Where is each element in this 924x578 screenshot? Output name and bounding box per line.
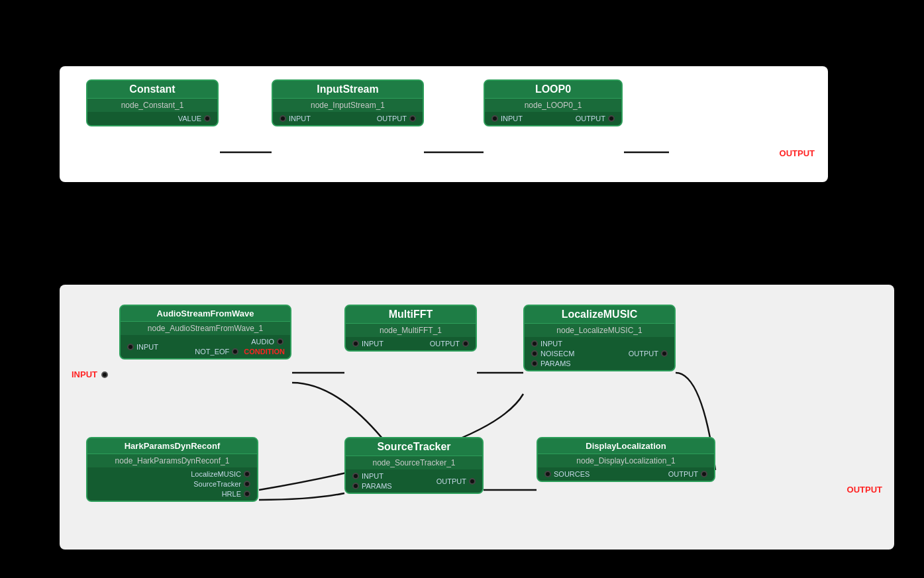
displaylocalization-sources-port: SOURCES (543, 470, 590, 478)
localizemusic-ports: INPUT NOISECM PARAMS OUTPUT (525, 337, 674, 370)
input-dot (101, 371, 108, 378)
node-audiostreamfromwave: AudioStreamFromWave node_AudioStreamFrom… (119, 305, 291, 360)
localizemusic-params-dot (531, 360, 538, 367)
harkparams-localizemusic-dot (244, 471, 250, 477)
node-constant: Constant node_Constant_1 VALUE (86, 79, 219, 126)
node-loop0-title: LOOP0 (485, 81, 621, 99)
localizemusic-noisecm-dot (531, 350, 538, 357)
loop0-ports-right: OUTPUT (576, 115, 616, 122)
localizemusic-left-ports: INPUT NOISECM PARAMS (530, 340, 574, 367)
top-output-label: OUTPUT (780, 147, 815, 159)
inputstream-input-label: INPUT (289, 115, 311, 122)
localizemusic-ports-row: INPUT NOISECM PARAMS OUTPUT (530, 340, 669, 367)
value-label: VALUE (178, 115, 201, 122)
top-diagram: Constant node_Constant_1 VALUE InputStre… (60, 66, 828, 182)
node-localizemusic: LocalizeMUSIC node_LocalizeMUSIC_1 INPUT… (523, 305, 676, 371)
multifft-title: MultiFFT (346, 306, 476, 324)
node-inputstream-subtitle: node_InputStream_1 (273, 99, 423, 112)
loop0-input-label: INPUT (501, 115, 523, 122)
constant-port-value: VALUE (178, 115, 212, 122)
multifft-input-dot (352, 340, 359, 347)
displaylocalization-subtitle: node_DisplayLocalization_1 (538, 454, 714, 467)
multifft-input-port: INPUT (351, 340, 384, 348)
inputstream-ports-right: OUTPUT (377, 115, 417, 122)
loop0-ports-left: INPUT (490, 115, 523, 122)
condition-label: CONDITION (244, 348, 285, 356)
value-dot (204, 115, 211, 122)
loop0-port-input: INPUT (490, 115, 523, 122)
asfv-audio-port: AUDIO (251, 338, 285, 346)
inputstream-output-label: OUTPUT (377, 115, 407, 122)
harkparams-ports: LocalizeMUSIC SourceTracker HRLE (87, 467, 257, 501)
node-inputstream-title: InputStream (273, 81, 423, 99)
multifft-output-dot (462, 340, 469, 347)
localizemusic-output-port: OUTPUT (629, 350, 669, 358)
harkparams-ports-row: LocalizeMUSIC SourceTracker HRLE (93, 470, 252, 498)
sourcetracker-input-dot (352, 473, 359, 479)
node-inputstream-ports: INPUT OUTPUT (273, 112, 423, 125)
inputstream-output-dot (409, 115, 416, 122)
node-multifft: MultiFFT node_MultiFFT_1 INPUT OUTPUT (344, 305, 477, 352)
asfv-input-dot (127, 344, 134, 350)
inputstream-ports-left: INPUT (278, 115, 311, 122)
audiostreamfromwave-subtitle: node_AudioStreamFromWave_1 (121, 322, 290, 335)
node-inputstream: InputStream node_InputStream_1 INPUT OUT… (272, 79, 424, 126)
inputstream-port-output: OUTPUT (377, 115, 417, 122)
bottom-output-label: OUTPUT (847, 483, 882, 495)
asfv-input-port: INPUT (126, 343, 158, 351)
node-harkparams: HarkParamsDynReconf node_HarkParamsDynRe… (86, 437, 258, 502)
audiostreamfromwave-ports: INPUT AUDIO NOT_EOF CONDITION (121, 335, 290, 358)
node-displaylocalization: DisplayLocalization node_DisplayLocaliza… (537, 437, 715, 482)
sourcetracker-input-port: INPUT (351, 472, 384, 480)
harkparams-localizemusic-port: LocalizeMUSIC (191, 470, 252, 478)
asfv-noteof-dot (232, 348, 238, 355)
harkparams-sourcetracker-port: SourceTracker (193, 480, 252, 488)
sourcetracker-title: SourceTracker (346, 438, 482, 456)
sourcetracker-params-port: PARAMS (351, 482, 392, 490)
harkparams-hrle-dot (244, 491, 250, 497)
localizemusic-input-port: INPUT (530, 340, 562, 348)
multifft-left: INPUT (351, 340, 384, 348)
inputstream-port-input: INPUT (278, 115, 311, 122)
node-constant-ports: VALUE (87, 112, 217, 125)
loop0-output-dot (608, 115, 615, 122)
node-loop0: LOOP0 node_LOOP0_1 INPUT OUTPUT (484, 79, 623, 126)
displaylocalization-title: DisplayLocalization (538, 438, 714, 454)
localizemusic-input-dot (531, 340, 538, 347)
localizemusic-output-dot (661, 350, 668, 357)
constant-ports-right: VALUE (178, 115, 212, 122)
displaylocalization-ports: SOURCES OUTPUT (538, 467, 714, 481)
localizemusic-title: LocalizeMUSIC (525, 306, 674, 324)
node-constant-title: Constant (87, 81, 217, 99)
loop0-output-label: OUTPUT (576, 115, 605, 122)
harkparams-title: HarkParamsDynReconf (87, 438, 257, 454)
sourcetracker-params-dot (352, 483, 359, 489)
displaylocalization-output-port: OUTPUT (668, 470, 709, 478)
asfv-noteof-port: NOT_EOF CONDITION (195, 348, 285, 356)
sourcetracker-ports: INPUT PARAMS OUTPUT (346, 469, 482, 493)
node-sourcetracker: SourceTracker node_SourceTracker_1 INPUT… (344, 437, 484, 494)
harkparams-sourcetracker-dot (244, 481, 250, 487)
multifft-ports: INPUT OUTPUT (346, 337, 476, 350)
inputstream-input-dot (280, 115, 286, 122)
audiostreamfromwave-title: AudioStreamFromWave (121, 306, 290, 322)
sourcetracker-output-port: OUTPUT (436, 477, 477, 485)
multifft-right: OUTPUT (430, 340, 470, 348)
node-loop0-ports: INPUT OUTPUT (485, 112, 621, 125)
bottom-diagram: INPUT AudioStreamFromWave node_AudioStre… (60, 285, 894, 550)
displaylocalization-left: SOURCES (543, 470, 590, 478)
localizemusic-params-port: PARAMS (530, 360, 571, 367)
sourcetracker-subtitle: node_SourceTracker_1 (346, 456, 482, 469)
loop0-input-dot (491, 115, 498, 122)
sourcetracker-right-ports: OUTPUT (436, 477, 477, 485)
harkparams-hrle-port: HRLE (222, 490, 252, 498)
localizemusic-noisecm-port: NOISECM (530, 350, 574, 358)
displaylocalization-output-dot (701, 471, 707, 477)
displaylocalization-right: OUTPUT (668, 470, 709, 478)
audiostreamfromwave-left-ports: INPUT (126, 343, 158, 351)
harkparams-right-ports: LocalizeMUSIC SourceTracker HRLE (191, 470, 252, 498)
asfv-audio-dot (277, 338, 283, 345)
bottom-input-label: INPUT (72, 368, 109, 380)
loop0-port-output: OUTPUT (576, 115, 616, 122)
audiostreamfromwave-right-ports: AUDIO NOT_EOF CONDITION (195, 338, 285, 356)
